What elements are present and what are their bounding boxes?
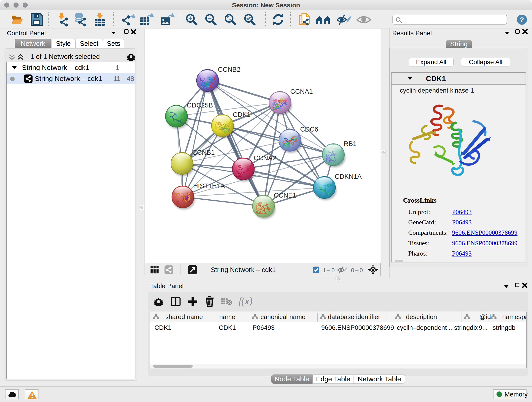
svg-text:CCNE1: CCNE1 <box>274 191 296 199</box>
svg-text:HIST1H1A: HIST1H1A <box>193 182 225 190</box>
svg-text:CDK1: CDK1 <box>233 111 250 118</box>
svg-text:CDKN1A: CDKN1A <box>335 173 362 180</box>
svg-text:CDC6: CDC6 <box>300 126 318 133</box>
svg-text:CCNB1: CCNB1 <box>192 149 215 156</box>
svg-text:CDC25B: CDC25B <box>187 102 213 109</box>
svg-text:CCNA1: CCNA1 <box>290 88 313 95</box>
svg-text:CCNB2: CCNB2 <box>218 66 240 73</box>
svg-text:RB1: RB1 <box>344 140 356 147</box>
svg-text:CCNA2: CCNA2 <box>254 154 276 162</box>
svg-text:?: ? <box>520 16 524 23</box>
